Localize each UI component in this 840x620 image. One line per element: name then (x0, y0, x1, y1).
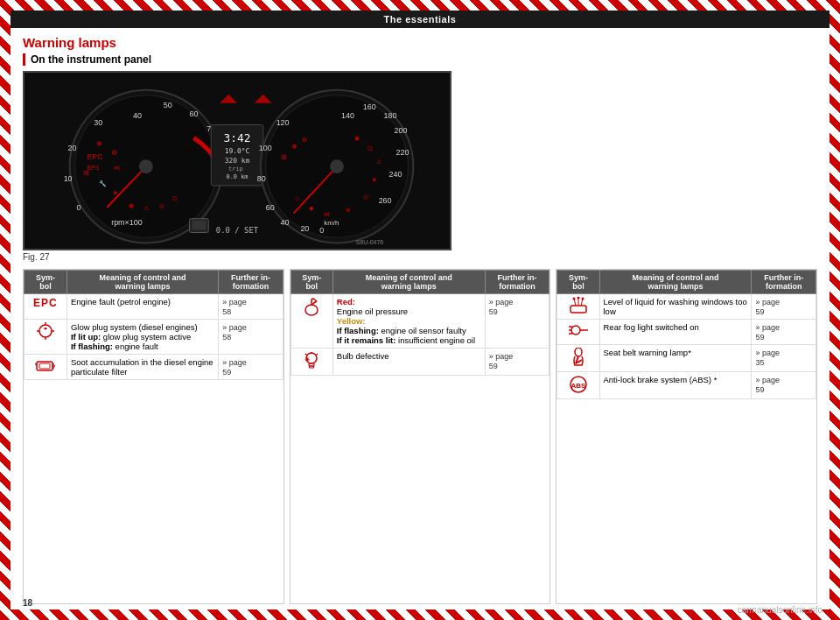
svg-point-101 (575, 348, 582, 356)
cluster-image: 30 20 10 0 rpm×100 40 50 60 70 80 (23, 71, 452, 262)
svg-text:🔧: 🔧 (99, 180, 107, 187)
meaning-abs: Anti-lock brake system (ABS) * (599, 372, 752, 399)
svg-rect-89 (570, 306, 586, 313)
main-area: Warning lamps On the instrument panel (10, 28, 830, 609)
symbol-rear-fog (557, 320, 599, 345)
svg-text:19.0°C: 19.0°C (225, 147, 250, 155)
table-row: Level of liquid for washing windows too … (557, 294, 816, 320)
svg-line-87 (317, 354, 318, 356)
table-row: Soot accumulation in the diesel engine p… (24, 355, 284, 380)
meaning-glow: Glow plug system (diesel engines) If lit… (66, 320, 218, 355)
svg-text:100: 100 (259, 144, 272, 152)
table-1: Sym-bol Meaning of control andwarning la… (23, 269, 284, 604)
table-2: Sym-bol Meaning of control andwarning la… (290, 269, 551, 604)
svg-text:⚙: ⚙ (111, 149, 117, 157)
svg-text:200: 200 (395, 126, 408, 135)
svg-point-93 (572, 298, 575, 300)
watermark: carmanualsonline.info (738, 605, 822, 615)
svg-text:S6U-0476: S6U-0476 (356, 239, 383, 245)
table1-col-meaning: Meaning of control andwarning lamps (66, 271, 218, 294)
svg-point-53 (330, 159, 344, 173)
svg-text:20: 20 (300, 224, 309, 233)
meaning-bulb: Bulb defective (332, 349, 485, 376)
table-row: Glow plug system (diesel engines) If lit… (24, 320, 284, 355)
svg-text:◎: ◎ (159, 202, 164, 208)
svg-text:EPC: EPC (87, 152, 103, 161)
svg-text:0: 0 (319, 226, 324, 235)
symbol-washer (557, 294, 599, 320)
table-3: Sym-bol Meaning of control andwarning la… (556, 269, 817, 604)
symbol-abs: ABS (557, 372, 599, 399)
table-row: EPC Engine fault (petrol engine) » page5… (24, 294, 284, 320)
svg-point-95 (581, 298, 584, 300)
svg-text:0.0 / SET: 0.0 / SET (216, 226, 259, 235)
symbol-glow (24, 320, 67, 355)
table-row: ☀ Bulb defective » page59 (290, 349, 550, 376)
svg-text:180: 180 (384, 111, 397, 120)
svg-text:320 km: 320 km (225, 157, 250, 165)
svg-text:km/h: km/h (324, 219, 339, 227)
svg-text:10: 10 (64, 174, 73, 183)
svg-text:20: 20 (68, 144, 77, 152)
table-row: ABS Anti-lock brake system (ABS) * » pag… (557, 372, 816, 399)
svg-text:ABS: ABS (570, 382, 586, 390)
svg-point-70 (39, 325, 52, 337)
svg-text:◎: ◎ (363, 194, 368, 200)
svg-text:40: 40 (281, 218, 290, 227)
fig-caption-area: Fig. 27 (23, 252, 452, 262)
svg-text:260: 260 (379, 196, 392, 205)
svg-text:⚙: ⚙ (302, 137, 307, 143)
instrument-panel-area: 30 20 10 0 rpm×100 40 50 60 70 80 (23, 71, 817, 262)
further-washer: » page59 (752, 294, 816, 320)
further-rear-fog: » page59 (752, 320, 816, 345)
table3-col-further: Further in-formation (752, 271, 816, 294)
further-oil: » page59 (485, 294, 550, 349)
svg-text:⊗: ⊗ (346, 207, 351, 213)
top-bar: The essentials (10, 11, 830, 28)
symbol-bulb: ☀ (290, 349, 332, 376)
svg-text:80: 80 (257, 174, 266, 183)
svg-text:240: 240 (389, 170, 402, 179)
svg-text:60: 60 (266, 203, 275, 212)
svg-point-96 (571, 326, 580, 335)
svg-text:3:42: 3:42 (223, 131, 250, 144)
header-title: The essentials (384, 14, 457, 25)
further-abs: » page59 (752, 372, 816, 399)
cluster-wrapper: 30 20 10 0 rpm×100 40 50 60 70 80 (23, 71, 452, 250)
further-seatbelt: » page35 (752, 345, 816, 372)
svg-text:160: 160 (363, 102, 376, 111)
svg-point-81 (305, 305, 318, 315)
svg-text:rpm×100: rpm×100 (111, 218, 142, 227)
table-row: Red: Engine oil pressure Yellow: If flas… (290, 294, 550, 349)
svg-text:140: 140 (341, 111, 354, 120)
meaning-rear-fog: Rear fog light switched on (599, 320, 752, 345)
svg-text:◉: ◉ (354, 135, 360, 141)
svg-text:⊡: ⊡ (368, 145, 373, 151)
table2-col-further: Further in-formation (485, 271, 550, 294)
svg-text:30: 30 (94, 118, 102, 127)
meaning-epc: Engine fault (petrol engine) (66, 294, 218, 320)
svg-text:50: 50 (164, 101, 172, 109)
subsection-title: On the instrument panel (23, 53, 817, 66)
meaning-particulate: Soot accumulation in the diesel engine p… (66, 355, 218, 380)
svg-text:❋: ❋ (291, 143, 298, 151)
svg-point-94 (577, 297, 579, 299)
svg-text:☀: ☀ (304, 356, 310, 363)
svg-text:⋈: ⋈ (324, 211, 330, 217)
table-row: Seat belt warning lamp* » page35 (557, 345, 816, 372)
table1-col-further: Further in-formation (219, 271, 283, 294)
symbol-oil (290, 294, 332, 349)
further-glow: » page58 (219, 320, 283, 355)
further-particulate: » page59 (219, 355, 283, 380)
svg-text:40: 40 (133, 111, 142, 120)
table2-col-symbol: Sym-bol (290, 271, 332, 294)
svg-text:⚠: ⚠ (144, 205, 149, 211)
table2-col-meaning: Meaning of control andwarning lamps (332, 271, 485, 294)
svg-text:220: 220 (396, 148, 409, 157)
symbol-particulate (24, 355, 67, 380)
section-title: Warning lamps (23, 35, 817, 50)
svg-text:trip: trip (228, 166, 243, 173)
page-number: 18 (23, 598, 32, 608)
meaning-seatbelt: Seat belt warning lamp* (599, 345, 752, 372)
svg-text:60: 60 (189, 109, 198, 118)
